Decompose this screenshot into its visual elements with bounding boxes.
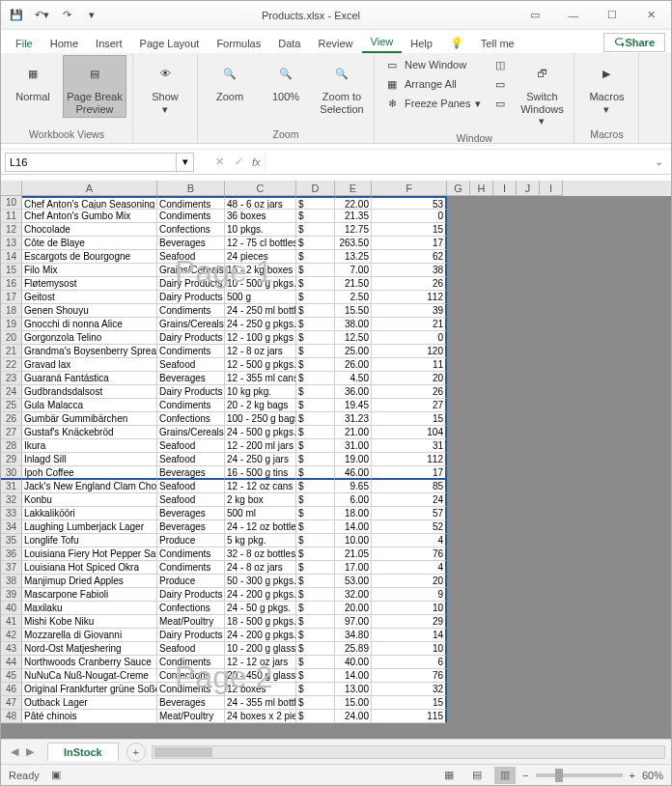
zoom-in-button[interactable]: + — [630, 770, 635, 781]
tab-view[interactable]: View — [362, 32, 403, 53]
cell[interactable]: 5 kg pkg. — [225, 534, 296, 547]
cell[interactable]: 12 - 12 oz jars — [225, 656, 296, 669]
fx-icon[interactable]: fx — [252, 156, 261, 168]
cell[interactable]: Lakkalikööri — [22, 507, 157, 520]
cell[interactable]: Condiments — [157, 561, 225, 575]
cell[interactable]: Seafood — [157, 453, 225, 466]
cell[interactable]: Chocolade — [22, 223, 157, 237]
cell[interactable]: NuNuCa Nuß-Nougat-Creme — [22, 669, 157, 683]
cell[interactable]: 19.45 — [335, 399, 372, 412]
cell[interactable]: 76 — [372, 547, 447, 561]
tab-review[interactable]: Review — [309, 34, 361, 53]
cell[interactable]: 32 — [372, 683, 447, 696]
row-header[interactable]: 39 — [1, 588, 22, 602]
column-header[interactable]: I — [493, 181, 517, 196]
row-header[interactable]: 22 — [1, 358, 22, 372]
cell[interactable]: $ — [296, 642, 335, 656]
cell[interactable]: 17 — [372, 466, 447, 480]
cell[interactable]: 27 — [372, 399, 447, 412]
cell[interactable]: 38 — [372, 264, 447, 277]
cell[interactable]: $ — [296, 318, 335, 331]
row-header[interactable]: 34 — [1, 520, 22, 534]
tab-data[interactable]: Data — [269, 34, 309, 53]
row-header[interactable]: 37 — [1, 561, 22, 575]
cell[interactable]: Gumbär Gummibärchen — [22, 412, 157, 426]
cell[interactable]: $ — [296, 575, 335, 588]
cell[interactable]: 36.00 — [335, 385, 372, 399]
cell[interactable]: Manjimup Dried Apples — [22, 575, 157, 588]
cell[interactable]: Confections — [157, 412, 225, 426]
cell[interactable]: Beverages — [157, 520, 225, 534]
cell[interactable]: Confections — [157, 669, 225, 683]
cell[interactable]: $ — [296, 196, 335, 210]
column-header[interactable]: B — [157, 181, 225, 196]
cell[interactable]: 31 — [372, 439, 447, 453]
cell[interactable]: Dairy Products — [157, 629, 225, 642]
cell[interactable]: 24 - 50 g pkgs. — [225, 602, 296, 615]
cell[interactable]: 18.00 — [335, 507, 372, 520]
cell[interactable]: 24 pieces — [225, 250, 296, 264]
macro-record-icon[interactable]: ▣ — [51, 769, 61, 781]
qat-dropdown-icon[interactable]: ▾ — [80, 4, 103, 27]
column-header[interactable] — [1, 181, 22, 196]
cell[interactable]: 10 — [372, 602, 447, 615]
cell[interactable]: Gudbrandsdalsost — [22, 385, 157, 399]
sheet-next-icon[interactable]: ▶ — [26, 745, 34, 758]
row-header[interactable]: 14 — [1, 250, 22, 264]
cell[interactable]: 120 — [372, 345, 447, 358]
cell[interactable]: 20.00 — [335, 602, 372, 615]
cell[interactable]: Meat/Poultry — [157, 710, 225, 723]
cell[interactable]: $ — [296, 520, 335, 534]
cell[interactable]: Produce — [157, 534, 225, 547]
row-header[interactable]: 48 — [1, 710, 22, 723]
cell[interactable]: Dairy Products — [157, 588, 225, 602]
cell[interactable]: 6 — [372, 656, 447, 669]
cell[interactable]: 7.00 — [335, 264, 372, 277]
cell[interactable]: $ — [296, 588, 335, 602]
cell[interactable]: $ — [296, 426, 335, 439]
row-header[interactable]: 26 — [1, 412, 22, 426]
cell[interactable]: $ — [296, 480, 335, 493]
cell[interactable]: $ — [296, 507, 335, 520]
cell[interactable]: Beverages — [157, 507, 225, 520]
zoom-slider[interactable] — [536, 773, 623, 777]
row-header[interactable]: 28 — [1, 439, 22, 453]
row-header[interactable]: 15 — [1, 264, 22, 277]
cell[interactable]: $ — [296, 629, 335, 642]
cell[interactable]: 10 pkgs. — [225, 223, 296, 237]
cell[interactable]: Mozzarella di Giovanni — [22, 629, 157, 642]
cell[interactable]: $ — [296, 453, 335, 466]
cell[interactable]: Seafood — [157, 439, 225, 453]
cell[interactable]: Produce — [157, 575, 225, 588]
page-layout-status-button[interactable]: ▤ — [466, 767, 488, 784]
add-sheet-button[interactable]: + — [126, 743, 146, 762]
cell[interactable]: $ — [296, 439, 335, 453]
cell[interactable]: 13.25 — [335, 250, 372, 264]
cell[interactable]: 21.35 — [335, 210, 372, 223]
switch-windows-button[interactable]: 🗗 SwitchWindows ▾ — [516, 55, 568, 130]
cell[interactable]: Chef Anton's Cajun Seasoning — [22, 196, 157, 210]
row-header[interactable]: 13 — [1, 237, 22, 250]
cell[interactable]: $ — [296, 534, 335, 547]
cell[interactable]: 21 — [372, 318, 447, 331]
cell[interactable]: $ — [296, 547, 335, 561]
enter-formula-icon[interactable]: ✓ — [229, 153, 248, 172]
cell[interactable]: 26 — [372, 277, 447, 291]
cell[interactable]: 112 — [372, 453, 447, 466]
cell[interactable]: 14.00 — [335, 669, 372, 683]
row-header[interactable]: 46 — [1, 683, 22, 696]
row-header[interactable]: 38 — [1, 575, 22, 588]
cell[interactable]: Condiments — [157, 547, 225, 561]
cell[interactable]: $ — [296, 331, 335, 345]
cell[interactable]: 29 — [372, 615, 447, 629]
cell[interactable]: Condiments — [157, 683, 225, 696]
unhide-button[interactable]: ▭ — [489, 94, 512, 113]
column-header[interactable]: D — [296, 181, 335, 196]
cell[interactable]: 21.05 — [335, 547, 372, 561]
cell[interactable]: 2.50 — [335, 291, 372, 304]
row-header[interactable]: 27 — [1, 426, 22, 439]
cell[interactable]: Guaraná Fantástica — [22, 372, 157, 385]
cell[interactable]: 11 — [372, 358, 447, 372]
cell[interactable]: Gula Malacca — [22, 399, 157, 412]
cell[interactable]: 24 - 500 g pkgs. — [225, 426, 296, 439]
